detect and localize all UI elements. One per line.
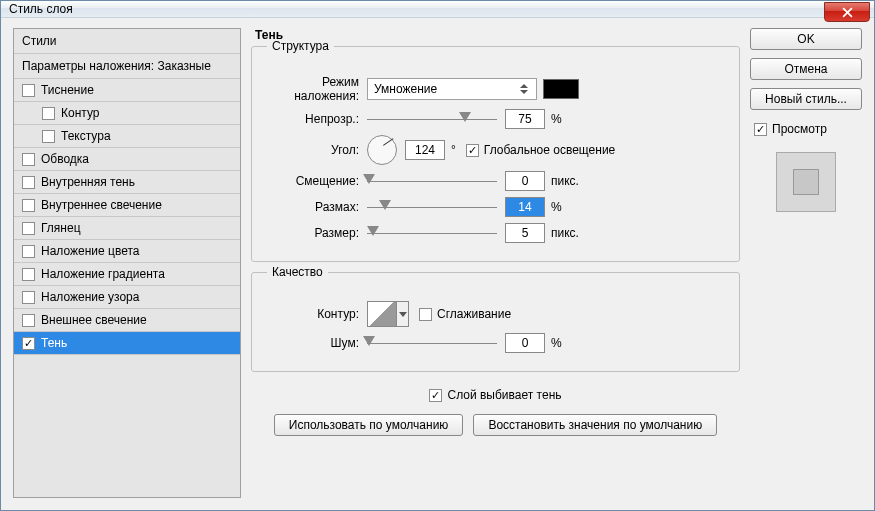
contour-label: Контур: [262, 307, 367, 321]
size-input[interactable] [505, 223, 545, 243]
sidebar-item-2[interactable]: Текстура [14, 125, 240, 148]
size-unit: пикс. [551, 226, 579, 240]
checkbox-icon [22, 84, 35, 97]
sidebar-item-label: Внешнее свечение [41, 313, 147, 327]
main-panel: Тень Структура Режим наложения: Умножени… [251, 28, 740, 498]
global-light-label: Глобальное освещение [484, 143, 615, 157]
sidebar-item-4[interactable]: Внутренняя тень [14, 171, 240, 194]
close-icon [842, 7, 853, 18]
spread-slider[interactable] [367, 198, 497, 216]
noise-unit: % [551, 336, 562, 350]
blend-mode-select[interactable]: Умножение [367, 78, 537, 100]
sidebar-item-0[interactable]: Тиснение [14, 79, 240, 102]
close-button[interactable] [824, 2, 870, 22]
antialias-checkbox[interactable]: Сглаживание [419, 307, 511, 321]
chevron-updown-icon [518, 84, 530, 94]
knockout-label: Слой выбивает тень [447, 388, 561, 402]
sidebar-item-label: Обводка [41, 152, 89, 166]
checkbox-icon [22, 337, 35, 350]
sidebar-item-label: Внутренняя тень [41, 175, 135, 189]
checkbox-icon [429, 389, 442, 402]
noise-input[interactable] [505, 333, 545, 353]
layer-style-dialog: Стиль слоя Стили Параметры наложения: За… [0, 0, 875, 511]
checkbox-icon [42, 107, 55, 120]
sidebar-item-label: Наложение узора [41, 290, 139, 304]
noise-slider[interactable] [367, 334, 497, 352]
sidebar: Стили Параметры наложения: Заказные Тисн… [13, 28, 241, 498]
checkbox-icon [42, 130, 55, 143]
reset-default-button[interactable]: Восстановить значения по умолчанию [473, 414, 717, 436]
chevron-down-icon [399, 312, 407, 317]
contour-dropdown[interactable] [397, 301, 409, 327]
new-style-button[interactable]: Новый стиль... [750, 88, 862, 110]
blend-mode-value: Умножение [374, 82, 437, 96]
quality-title: Качество [267, 265, 328, 279]
sidebar-item-5[interactable]: Внутреннее свечение [14, 194, 240, 217]
checkbox-icon [22, 176, 35, 189]
sidebar-subheader[interactable]: Параметры наложения: Заказные [14, 54, 240, 79]
quality-group: Качество Контур: Сглаживание Шум: [251, 272, 740, 372]
sidebar-item-label: Наложение цвета [41, 244, 139, 258]
sidebar-item-label: Глянец [41, 221, 81, 235]
structure-title: Структура [267, 39, 334, 53]
angle-dial[interactable] [367, 135, 397, 165]
noise-label: Шум: [262, 336, 367, 350]
checkbox-icon [754, 123, 767, 136]
shadow-color-swatch[interactable] [543, 79, 579, 99]
distance-slider[interactable] [367, 172, 497, 190]
sidebar-item-label: Наложение градиента [41, 267, 165, 281]
spread-input[interactable] [505, 197, 545, 217]
angle-label: Угол: [262, 143, 367, 157]
blend-mode-label: Режим наложения: [262, 75, 367, 103]
size-label: Размер: [262, 226, 367, 240]
sidebar-header[interactable]: Стили [14, 29, 240, 54]
size-slider[interactable] [367, 224, 497, 242]
spread-label: Размах: [262, 200, 367, 214]
angle-unit: ° [451, 143, 456, 157]
sidebar-item-label: Внутреннее свечение [41, 198, 162, 212]
sidebar-item-11[interactable]: Тень [14, 332, 240, 355]
sidebar-item-9[interactable]: Наложение узора [14, 286, 240, 309]
opacity-label: Непрозр.: [262, 112, 367, 126]
sidebar-item-6[interactable]: Глянец [14, 217, 240, 240]
checkbox-icon [466, 144, 479, 157]
global-light-checkbox[interactable]: Глобальное освещение [466, 143, 615, 157]
sidebar-item-10[interactable]: Внешнее свечение [14, 309, 240, 332]
opacity-unit: % [551, 112, 562, 126]
checkbox-icon [419, 308, 432, 321]
right-panel: OK Отмена Новый стиль... Просмотр [750, 28, 862, 498]
structure-group: Структура Режим наложения: Умножение Неп… [251, 46, 740, 262]
sidebar-item-7[interactable]: Наложение цвета [14, 240, 240, 263]
preview-checkbox[interactable]: Просмотр [754, 122, 862, 136]
spread-unit: % [551, 200, 562, 214]
sidebar-item-label: Контур [61, 106, 99, 120]
distance-input[interactable] [505, 171, 545, 191]
checkbox-icon [22, 222, 35, 235]
distance-unit: пикс. [551, 174, 579, 188]
contour-swatch[interactable] [367, 301, 397, 327]
sidebar-item-3[interactable]: Обводка [14, 148, 240, 171]
opacity-input[interactable] [505, 109, 545, 129]
window-title: Стиль слоя [9, 2, 73, 16]
preview-swatch [776, 152, 836, 212]
distance-label: Смещение: [262, 174, 367, 188]
checkbox-icon [22, 314, 35, 327]
dialog-body: Стили Параметры наложения: Заказные Тисн… [1, 18, 874, 510]
knockout-checkbox[interactable]: Слой выбивает тень [429, 388, 561, 402]
antialias-label: Сглаживание [437, 307, 511, 321]
checkbox-icon [22, 245, 35, 258]
checkbox-icon [22, 268, 35, 281]
preview-label: Просмотр [772, 122, 827, 136]
sidebar-item-8[interactable]: Наложение градиента [14, 263, 240, 286]
angle-input[interactable] [405, 140, 445, 160]
make-default-button[interactable]: Использовать по умолчанию [274, 414, 464, 436]
checkbox-icon [22, 199, 35, 212]
ok-button[interactable]: OK [750, 28, 862, 50]
checkbox-icon [22, 153, 35, 166]
sidebar-item-label: Текстура [61, 129, 111, 143]
sidebar-item-1[interactable]: Контур [14, 102, 240, 125]
titlebar: Стиль слоя [1, 1, 874, 18]
opacity-slider[interactable] [367, 110, 497, 128]
sidebar-item-label: Тиснение [41, 83, 94, 97]
cancel-button[interactable]: Отмена [750, 58, 862, 80]
